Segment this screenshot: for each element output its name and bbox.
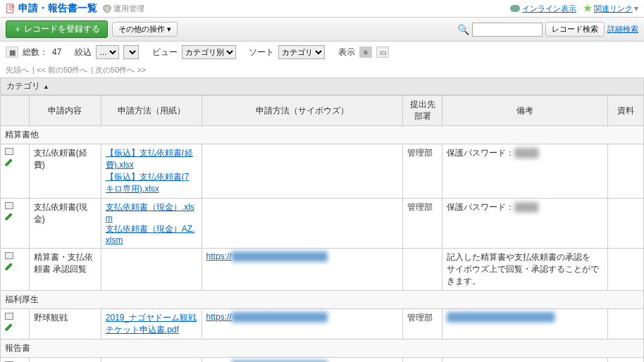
cell-yoshi (101, 249, 202, 291)
detail-search-link[interactable]: 詳細検索 (607, 24, 638, 35)
file-link[interactable]: 支払依頼書（現金）.xlsm (106, 202, 194, 223)
cell-cybozu (202, 144, 403, 199)
toolbar: ＋ レコードを登録する その他の操作 ▾ 🔍 レコード検索 詳細検索 (0, 18, 644, 42)
other-operations-button[interactable]: その他の操作 ▾ (112, 22, 178, 37)
cell-biko: ██████████████████ (442, 309, 608, 339)
show-label: 表示 (338, 46, 355, 58)
cell-busho: 管理部 (403, 358, 442, 363)
cell-yoshi: 研修報告.xls (101, 358, 202, 363)
file-link[interactable]: 【振込】支払依頼書(経費).xlsx (106, 148, 193, 170)
narrow-select-2[interactable] (123, 45, 139, 59)
row-actions (1, 309, 30, 339)
blurred-url: ████████████████ (232, 251, 328, 261)
group-header-row: 福利厚生 (1, 291, 644, 309)
chevron-down-icon: ▾ (167, 25, 171, 33)
search-input[interactable] (472, 23, 543, 37)
star-icon (583, 4, 592, 13)
sort-asc-icon[interactable]: ▲ (43, 83, 49, 90)
svg-rect-5 (6, 203, 13, 208)
cell-yoshi: 2019_ナゴヤドーム観戦チケット申込書.pdf (101, 309, 202, 339)
cell-busho: 管理部 (403, 144, 442, 199)
svg-rect-7 (6, 253, 13, 258)
manage-badge[interactable]: 運用管理 (103, 4, 144, 14)
col-busho[interactable]: 提出先部署 (403, 96, 442, 126)
file-link[interactable]: 支払依頼書（現金）AZ.xlsm (106, 224, 195, 245)
edit-icon[interactable] (5, 212, 13, 220)
cell-cybozu (202, 199, 403, 249)
col-yoshi[interactable]: 申請方法（用紙） (101, 96, 202, 126)
cell-yoshi: 【振込】支払依頼書(経費).xlsx【振込】支払依頼書(7キロ専用).xlsx (101, 144, 202, 199)
remark-text: 保護パスワード： (447, 202, 514, 212)
shield-icon (103, 4, 111, 13)
chevron-down-icon[interactable]: ▾ (634, 4, 638, 13)
search-icon: 🔍 (457, 24, 469, 35)
cell-shiryo (607, 144, 643, 199)
row-actions (1, 199, 30, 249)
sort-label: ソート (249, 46, 274, 58)
table-row: 支払依頼書(経費)【振込】支払依頼書(経費).xlsx【振込】支払依頼書(7キロ… (1, 144, 644, 199)
edit-icon[interactable] (5, 262, 13, 270)
col-cybozu[interactable]: 申請方法（サイボウズ） (202, 96, 403, 126)
svg-rect-0 (7, 4, 13, 13)
view-icon[interactable] (5, 201, 13, 210)
view-icon[interactable] (5, 251, 13, 260)
grid-icon[interactable]: ▦ (6, 46, 18, 58)
total-count: 47 (52, 47, 61, 57)
pagination-nav: 先頭へ | << 前の50件へ | 次の50件へ >> (0, 63, 644, 77)
col-shiryo[interactable]: 資料 (607, 96, 643, 126)
group-label: 報告書 (1, 339, 644, 358)
blurred-text: ██████████████████ (447, 312, 555, 322)
file-link[interactable]: 2019_ナゴヤドーム観戦チケット申込書.pdf (106, 313, 197, 335)
nav-prev[interactable]: << 前の50件へ (37, 65, 87, 74)
related-links[interactable]: 関連リンク (583, 4, 633, 14)
cell-biko: 保護パスワード：████ (442, 199, 608, 249)
cell-naiyo: 精算書・支払依頼書 承認回覧 (29, 249, 101, 291)
cell-naiyo: 研修報告 (29, 358, 101, 363)
total-label: 総数： (23, 46, 48, 58)
sort-select[interactable]: カテゴリ (278, 45, 325, 59)
cell-naiyo: 支払依頼書(現金) (29, 199, 101, 249)
link-icon (510, 5, 520, 12)
col-biko[interactable]: 備考 (442, 96, 608, 126)
cell-cybozu: https://████████████████ (202, 358, 403, 363)
group-label: 精算書他 (1, 126, 644, 144)
page-title: 申請・報告書一覧 (18, 2, 97, 15)
cell-biko: 保護パスワード：████ (442, 144, 608, 199)
nav-next[interactable]: 次の50件へ >> (95, 65, 146, 74)
cybozu-link[interactable]: https:// (206, 312, 232, 322)
category-header: カテゴリ ▲ (0, 77, 644, 95)
narrow-select[interactable]: … (96, 45, 119, 59)
list-view-icon[interactable]: ≡ (359, 46, 372, 58)
nav-first[interactable]: 先頭へ (6, 65, 29, 74)
file-link[interactable]: 【振込】支払依頼書(7キロ専用).xlsx (106, 172, 190, 194)
edit-icon[interactable] (5, 158, 13, 166)
view-select[interactable]: カテゴリ別 (182, 45, 236, 59)
records-table: 申請内容 申請方法（用紙） 申請方法（サイボウズ） 提出先部署 備考 資料 精算… (0, 95, 644, 362)
view-icon[interactable] (5, 147, 13, 156)
col-naiyo[interactable]: 申請内容 (29, 96, 101, 126)
blurred-url: ████████████████ (232, 312, 328, 322)
card-view-icon[interactable]: ▭ (376, 46, 389, 58)
row-actions (1, 249, 30, 291)
edit-icon[interactable] (5, 323, 13, 331)
table-row: 支払依頼書(現金)支払依頼書（現金）.xlsm支払依頼書（現金）AZ.xlsm管… (1, 199, 644, 249)
remark-text: 記入した精算書や支払依頼書の承認を サイボウズ上で回覧・承認することができます。 (447, 252, 599, 286)
cell-naiyo: 野球観戦 (29, 309, 101, 339)
cell-biko: 記入した精算書や支払依頼書の承認を サイボウズ上で回覧・承認することができます。 (442, 249, 608, 291)
svg-rect-3 (6, 149, 13, 154)
page-header: 申請・報告書一覧 運用管理 インライン表示 関連リンク ▾ (0, 0, 644, 18)
cell-busho: 管理部 (403, 309, 442, 339)
add-record-button[interactable]: ＋ レコードを登録する (6, 20, 108, 38)
blurred-password: ████ (514, 202, 538, 212)
cybozu-link[interactable]: https:// (206, 251, 232, 261)
blurred-password: ████ (514, 148, 538, 158)
view-icon[interactable] (5, 312, 13, 320)
col-actions (1, 96, 30, 126)
plus-icon: ＋ (13, 23, 22, 35)
row-actions (1, 358, 30, 363)
record-search-button[interactable]: レコード検索 (545, 22, 605, 37)
cell-busho (403, 249, 442, 291)
inline-view-link[interactable]: インライン表示 (510, 4, 576, 14)
table-row: 研修報告研修報告.xlshttps://████████████████管理部 (1, 358, 644, 363)
filter-bar: ▦ 総数：47 絞込 … ビュー カテゴリ別 ソート カテゴリ 表示 ≡ ▭ (0, 42, 644, 63)
